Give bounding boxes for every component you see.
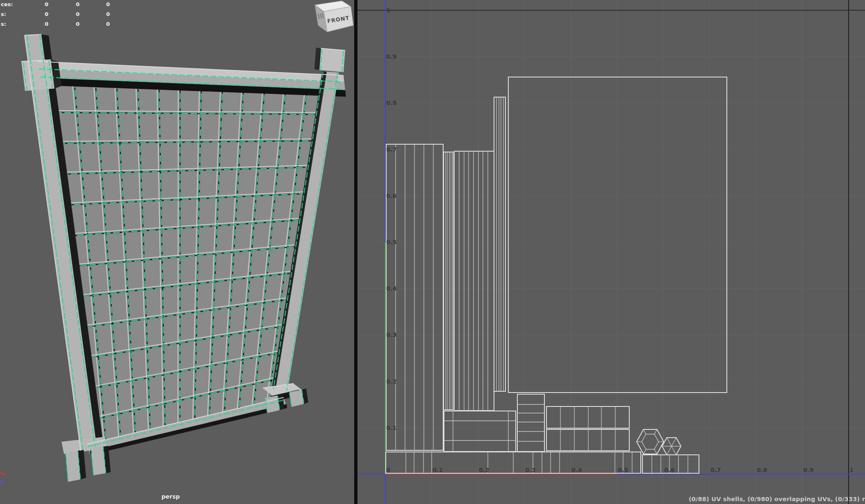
uv-tick-label: 0.8 <box>757 467 767 473</box>
hud-row: s: 0 0 0 <box>1 20 110 30</box>
hex-ring[interactable] <box>637 429 664 454</box>
hud-value: 0 <box>80 1 110 11</box>
uv-shells-layer[interactable] <box>386 77 727 473</box>
viewport-axis-gizmo <box>0 472 6 484</box>
mid-striped-shell[interactable] <box>454 151 494 411</box>
hud-label: s: <box>1 20 20 30</box>
large-panel-shell[interactable] <box>508 77 727 393</box>
hud-label: s: <box>1 11 20 20</box>
hud-value: 0 <box>20 20 48 30</box>
fence-model-3d[interactable] <box>0 0 355 504</box>
uv-tick-label: 1 <box>849 467 854 473</box>
narrow-dense-shell[interactable] <box>444 152 453 410</box>
uv-tick-label: 0.6 <box>664 467 675 473</box>
uv-tick-label: 0.3 <box>386 331 397 338</box>
uv-editor[interactable]: 10.90.80.70.60.50.40.30.20.100.10.20.30.… <box>357 0 865 504</box>
uv-tick-label: 0.1 <box>386 425 397 431</box>
hud-value: 0 <box>20 11 48 20</box>
bottom-long-strip[interactable] <box>386 452 641 473</box>
hud-value: 0 <box>80 20 110 30</box>
panel-divider[interactable] <box>354 0 357 504</box>
left-striped-shell[interactable] <box>386 144 443 450</box>
polycount-hud: ces: 0 0 0 s: 0 0 0 s: 0 0 0 <box>1 1 110 30</box>
hud-row: s: 0 0 0 <box>1 11 110 20</box>
camera-name-label: persp <box>162 493 180 500</box>
hud-label: ces: <box>1 1 20 11</box>
perspective-viewport[interactable]: ces: 0 0 0 s: 0 0 0 s: 0 0 0 <box>0 0 355 504</box>
uv-tick-label: 0.2 <box>386 378 397 385</box>
uv-tick-label: 0.5 <box>386 239 397 245</box>
hex-fan[interactable] <box>662 438 681 455</box>
uv-tick-label: 0.2 <box>479 467 489 473</box>
uv-editor-canvas[interactable]: 10.90.80.70.60.50.40.30.20.100.10.20.30.… <box>357 0 865 504</box>
hud-value: 0 <box>48 11 80 20</box>
uv-tick-label: 1 <box>386 7 390 14</box>
tall-dense-strip[interactable] <box>494 97 505 391</box>
uv-status-text: (0/88) UV shells, (0/980) overlapping UV… <box>689 496 865 502</box>
maya-window: ces: 0 0 0 s: 0 0 0 s: 0 0 0 <box>0 0 865 504</box>
uv-tick-label: 0.4 <box>571 467 582 473</box>
frame-shell[interactable] <box>444 411 516 452</box>
uv-tick-label: 0.7 <box>710 467 721 473</box>
hud-value: 0 <box>48 1 80 11</box>
uv-tick-label: 0.9 <box>386 53 397 60</box>
uv-tick-label: 0.3 <box>525 467 536 473</box>
hud-row: ces: 0 0 0 <box>1 1 110 11</box>
uv-tick-label: 0.6 <box>386 193 397 199</box>
hud-value: 0 <box>80 11 110 20</box>
view-cube[interactable]: FRONT <box>306 0 355 34</box>
uv-tick-label: 0 <box>386 467 390 473</box>
uv-tick-label: 0.7 <box>386 146 397 153</box>
uv-tick-label: 0.5 <box>618 467 628 473</box>
hud-value: 0 <box>20 1 48 11</box>
uv-tick-label: 0.1 <box>432 467 443 473</box>
hud-value: 0 <box>48 20 80 30</box>
uv-tick-label: 0.8 <box>386 100 397 106</box>
uv-tick-label: 0.9 <box>803 467 814 473</box>
ladder-shell[interactable] <box>517 394 544 452</box>
uv-tick-label: 0.4 <box>386 285 397 292</box>
